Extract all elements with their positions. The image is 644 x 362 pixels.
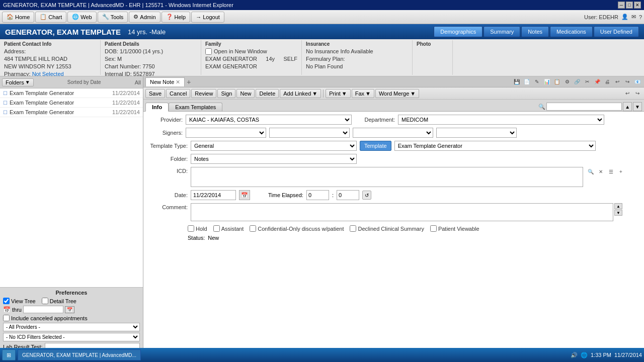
folders-btn[interactable]: Folders ▼: [2, 78, 34, 86]
thru-cal-btn[interactable]: 📅: [65, 306, 74, 313]
tab-user-defined[interactable]: User Defined: [594, 26, 639, 37]
note-icon-btn-6[interactable]: ⚙: [562, 77, 572, 86]
note-icon-btn-12[interactable]: ↪: [623, 77, 632, 86]
icd-search-icon[interactable]: 🔍: [586, 167, 595, 176]
tab-close-icon[interactable]: ✕: [176, 79, 180, 85]
toolbar-icon-2[interactable]: ↪: [633, 89, 642, 98]
date-input[interactable]: [191, 190, 236, 200]
note-icon-btn-5[interactable]: 📋: [552, 77, 561, 86]
include-canceled-label[interactable]: Include canceled appointments: [3, 315, 88, 321]
note-icon-btn-1[interactable]: 💾: [512, 77, 521, 86]
search-up-btn[interactable]: ▲: [623, 102, 632, 111]
close-btn[interactable]: ✕: [634, 2, 641, 9]
note-icon-btn-13[interactable]: 📧: [633, 77, 642, 86]
note-item-2[interactable]: ☐ Exam Template Generator 11/22/2014: [0, 98, 143, 108]
icd-filter-select[interactable]: - No ICD Filters Selected -: [3, 333, 140, 341]
folder-select[interactable]: Notes: [191, 154, 357, 164]
signer-select-2[interactable]: [269, 128, 350, 138]
minimize-btn[interactable]: ─: [618, 2, 625, 9]
icd-list-icon[interactable]: ☰: [606, 167, 615, 176]
thru-input[interactable]: [23, 306, 63, 313]
icd-textarea[interactable]: [191, 167, 583, 187]
delete-btn[interactable]: Delete: [256, 89, 279, 98]
date-cal-btn[interactable]: 📅: [239, 190, 250, 200]
detail-tree-label[interactable]: Detail Tree: [42, 298, 76, 304]
nav-logout-btn[interactable]: → Logout: [191, 12, 224, 23]
comment-textarea[interactable]: [191, 203, 613, 221]
search-icon: 🔍: [538, 104, 545, 110]
taskbar-app-btn[interactable]: GENERATOR, EXAM TEMPLATE | AdvancedMD...: [18, 349, 141, 360]
provider-select[interactable]: KAIAC - KAIAFAS, COSTAS: [186, 115, 352, 125]
department-select[interactable]: MEDICOM: [398, 115, 604, 125]
search-down-btn[interactable]: ▼: [633, 102, 642, 111]
time-refresh-btn[interactable]: ↺: [362, 191, 371, 200]
sign-btn[interactable]: Sign: [217, 89, 235, 98]
note-icon-btn-10[interactable]: 🖨: [603, 77, 612, 86]
icd-plus-icon[interactable]: +: [616, 167, 625, 176]
note-item-3[interactable]: ☐ Exam Template Generator 11/22/2014: [0, 108, 143, 117]
tab-notes[interactable]: Notes: [521, 26, 549, 37]
search-input[interactable]: [546, 103, 622, 111]
note-icon-btn-11[interactable]: ↩: [613, 77, 622, 86]
signer-select-1[interactable]: [186, 128, 266, 138]
include-canceled-checkbox[interactable]: [3, 315, 10, 321]
add-linked-btn[interactable]: Add Linked ▼: [280, 89, 321, 98]
time-input-1[interactable]: [306, 190, 329, 200]
patient-panels: Patient Contact Info Address: 484 TEMPLE…: [0, 39, 644, 76]
sidebar: Folders ▼ Sorted by Date All ☐ Exam Temp…: [0, 76, 143, 362]
nav-tools-btn[interactable]: 🔧 Tools: [98, 12, 128, 23]
open-new-window-checkbox[interactable]: [205, 48, 212, 55]
note-icon-btn-4[interactable]: 📊: [542, 77, 551, 86]
note-icon-btn-2[interactable]: 📄: [522, 77, 531, 86]
word-merge-btn[interactable]: Word Merge ▼: [375, 89, 419, 98]
note-icon-btn-7[interactable]: 🔗: [573, 77, 582, 86]
note-icon-btn-8[interactable]: ✂: [583, 77, 592, 86]
tab-exam-templates[interactable]: Exam Templates: [169, 103, 222, 111]
cancel-btn[interactable]: Cancel: [166, 89, 190, 98]
nav-help-btn[interactable]: ❓ Help: [162, 12, 191, 23]
review-btn[interactable]: Review: [191, 89, 216, 98]
hold-checkbox[interactable]: [188, 225, 194, 232]
tab-medications[interactable]: Medications: [550, 26, 593, 37]
confidential-checkbox[interactable]: [250, 225, 256, 232]
new-btn[interactable]: New: [236, 89, 255, 98]
comment-scroll-up[interactable]: ▲: [614, 203, 622, 209]
new-note-tab[interactable]: New Note ✕: [145, 77, 185, 86]
start-btn[interactable]: ⊞: [2, 349, 16, 360]
maximize-btn[interactable]: □: [626, 2, 633, 9]
view-tree-label[interactable]: View Tree: [3, 298, 36, 304]
template-type-row: Template Type: General Template Exam Tem…: [147, 141, 640, 151]
note-icon-btn-3[interactable]: ✎: [532, 77, 541, 86]
template-name-select[interactable]: Exam Template Generator: [394, 141, 596, 151]
signer-select-4[interactable]: [436, 128, 517, 138]
save-btn[interactable]: Save: [145, 89, 165, 98]
template-btn[interactable]: Template: [360, 141, 391, 151]
note-icon-btn-9[interactable]: 📌: [593, 77, 602, 86]
fax-btn[interactable]: Fax ▼: [352, 89, 374, 98]
view-tree-checkbox[interactable]: [3, 298, 10, 304]
all-label[interactable]: All: [135, 79, 141, 85]
toolbar-icon-1[interactable]: ↩: [623, 89, 632, 98]
signer-select-3[interactable]: [353, 128, 433, 138]
add-tab-btn[interactable]: +: [187, 78, 191, 85]
print-btn[interactable]: Print ▼: [326, 89, 351, 98]
tab-demographics[interactable]: Demographics: [434, 26, 482, 37]
icd-clear-icon[interactable]: ✕: [596, 167, 605, 176]
tab-info[interactable]: Info: [145, 103, 169, 112]
all-providers-select[interactable]: - All Providers -: [3, 323, 140, 331]
note-item-1[interactable]: ☐ Exam Template Generator 11/22/2014: [0, 88, 143, 98]
tab-summary[interactable]: Summary: [484, 26, 520, 37]
template-type-select[interactable]: General: [191, 141, 357, 151]
patient-viewable-checkbox[interactable]: [430, 225, 437, 232]
detail-tree-checkbox[interactable]: [42, 298, 48, 304]
nav-chart-btn[interactable]: 📋 Chart: [35, 12, 66, 23]
time-input-2[interactable]: [337, 190, 359, 200]
nav-web-btn[interactable]: 🌐 Web: [67, 12, 96, 23]
insurance-panel: Insurance No Insurance Info Available Fo…: [302, 40, 413, 75]
declined-checkbox[interactable]: [350, 225, 356, 232]
nav-admin-btn[interactable]: ⚙ Admin: [129, 12, 160, 23]
assistant-checkbox[interactable]: [213, 225, 220, 232]
nav-home-btn[interactable]: 🏠 Home: [2, 12, 34, 23]
comment-scroll-down[interactable]: ▼: [614, 210, 622, 216]
taskbar-date: 11/27/2014: [614, 352, 642, 358]
